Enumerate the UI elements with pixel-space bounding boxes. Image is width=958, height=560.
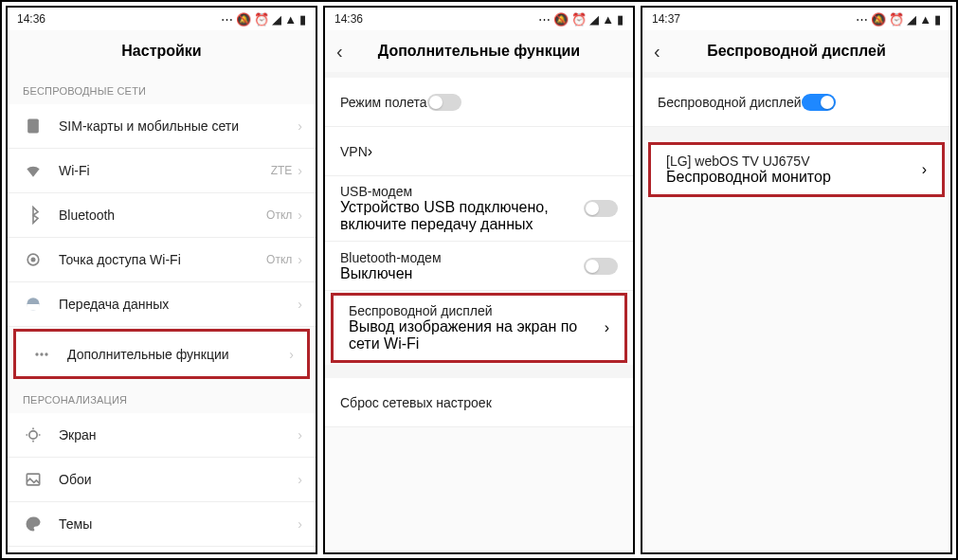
- chevron-right-icon: ›: [289, 347, 294, 362]
- back-button[interactable]: ‹: [654, 41, 660, 63]
- vpn-label: VPN: [340, 144, 368, 159]
- row-reset[interactable]: Сброс сетевых настроек: [325, 378, 633, 427]
- wdisplay-list[interactable]: Беспроводной дисплей [LG] webOS TV UJ675…: [642, 72, 950, 552]
- usb-sub: Устройство USB подключено, включите пере…: [340, 199, 584, 233]
- row-sound[interactable]: Звук и вибрация ›: [8, 547, 316, 552]
- chevron-right-icon: ›: [298, 163, 302, 178]
- header: Настройки: [8, 30, 316, 72]
- chevron-right-icon: ›: [298, 252, 302, 267]
- alarm-icon: ⏰: [254, 13, 269, 26]
- btm-sub: Выключен: [340, 265, 584, 282]
- signal-icon: ◢: [589, 13, 599, 26]
- row-bluetooth[interactable]: Bluetooth Откл ›: [8, 193, 316, 238]
- more-label: Дополнительные функции: [67, 347, 289, 362]
- more-icon: ⋯: [221, 13, 233, 26]
- row-airplane[interactable]: Режим полета: [325, 78, 633, 127]
- row-vpn[interactable]: VPN ›: [325, 127, 633, 176]
- reset-label: Сброс сетевых настроек: [340, 395, 492, 410]
- clock: 14:36: [17, 12, 45, 26]
- svg-point-1: [31, 258, 36, 262]
- status-icons: ⋯ 🔕 ⏰ ◢ ▲ ▮: [221, 13, 306, 26]
- row-data[interactable]: Передача данных ›: [8, 282, 316, 327]
- page-title: Беспроводной дисплей: [707, 43, 886, 60]
- row-sim[interactable]: SIM-карты и мобильные сети ›: [8, 104, 316, 149]
- wifi-icon: ▲: [602, 13, 614, 26]
- data-label: Передача данных: [59, 297, 298, 312]
- header: ‹ Беспроводной дисплей: [642, 30, 950, 72]
- wifi-label: Wi-Fi: [59, 163, 271, 178]
- highlight-wireless-display: Беспроводной дисплей Вывод изображения н…: [331, 293, 627, 363]
- battery-icon: ▮: [299, 13, 306, 26]
- screen-advanced: 14:36 ⋯ 🔕 ⏰ ◢ ▲ ▮ ‹ Дополнительные функц…: [323, 6, 635, 554]
- dnd-icon: 🔕: [871, 13, 886, 26]
- usb-switch[interactable]: [584, 200, 618, 217]
- chevron-right-icon: ›: [298, 472, 302, 487]
- highlight-device: [LG] webOS TV UJ675V Беспроводной монито…: [648, 142, 945, 197]
- row-more[interactable]: Дополнительные функции ›: [16, 332, 307, 376]
- section-wireless: БЕСПРОВОДНЫЕ СЕТИ: [8, 72, 316, 104]
- airplane-label: Режим полета: [340, 95, 427, 110]
- chevron-right-icon: ›: [298, 427, 302, 443]
- btm-label: Bluetooth-модем: [340, 250, 584, 265]
- back-button[interactable]: ‹: [336, 41, 343, 63]
- screen-wireless-display: 14:37 ⋯ 🔕 ⏰ ◢ ▲ ▮ ‹ Беспроводной дисплей…: [641, 6, 952, 554]
- row-display[interactable]: Экран ›: [8, 413, 316, 458]
- hotspot-icon: [21, 247, 45, 272]
- wdisplay-sub: Вывод изображения на экран по сети Wi-Fi: [349, 318, 605, 352]
- bluetooth-icon: [21, 203, 45, 227]
- chevron-right-icon: ›: [298, 118, 302, 134]
- battery-icon: ▮: [934, 13, 941, 26]
- themes-icon: [21, 512, 45, 536]
- display-icon: [21, 423, 45, 447]
- chevron-right-icon: ›: [368, 143, 372, 160]
- settings-list[interactable]: БЕСПРОВОДНЫЕ СЕТИ SIM-карты и мобильные …: [8, 72, 316, 552]
- signal-icon: ◢: [907, 13, 916, 26]
- bt-value: Откл: [266, 208, 292, 222]
- status-icons: ⋯ 🔕 ⏰ ◢ ▲ ▮: [538, 13, 624, 26]
- row-wireless-display[interactable]: Беспроводной дисплей Вывод изображения н…: [334, 296, 624, 360]
- wifi-icon: ▲: [919, 13, 931, 26]
- chevron-right-icon: ›: [605, 319, 609, 336]
- wifi-value: ZTE: [271, 164, 293, 177]
- bt-label: Bluetooth: [59, 208, 266, 223]
- row-themes[interactable]: Темы ›: [8, 502, 316, 547]
- screen-settings: 14:36 ⋯ 🔕 ⏰ ◢ ▲ ▮ Настройки БЕСПРОВОДНЫЕ…: [6, 6, 317, 554]
- wdisplay-label: Беспроводной дисплей: [349, 303, 605, 318]
- btm-switch[interactable]: [584, 258, 618, 275]
- row-wifi[interactable]: Wi-Fi ZTE ›: [8, 149, 316, 193]
- svg-rect-0: [27, 119, 39, 134]
- status-icons: ⋯ 🔕 ⏰ ◢ ▲ ▮: [856, 13, 941, 26]
- chevron-right-icon: ›: [298, 516, 302, 532]
- signal-icon: ◢: [272, 13, 281, 26]
- highlight-more: Дополнительные функции ›: [13, 329, 310, 379]
- more-icon: ⋯: [538, 13, 551, 26]
- alarm-icon: ⏰: [889, 13, 904, 26]
- svg-rect-4: [27, 304, 39, 311]
- advanced-list[interactable]: Режим полета VPN › USB-модем Устройство …: [325, 72, 633, 552]
- hotspot-value: Откл: [266, 253, 292, 266]
- battery-icon: ▮: [617, 13, 624, 26]
- wdisplay-toggle-label: Беспроводной дисплей: [658, 95, 802, 110]
- device-sub: Беспроводной монитор: [666, 169, 922, 186]
- row-device[interactable]: [LG] webOS TV UJ675V Беспроводной монито…: [651, 145, 942, 194]
- row-btmodem[interactable]: Bluetooth-модем Выключен: [325, 242, 633, 291]
- usb-label: USB-модем: [340, 184, 584, 199]
- chevron-right-icon: ›: [922, 161, 927, 178]
- row-wdisplay-toggle[interactable]: Беспроводной дисплей: [642, 78, 950, 127]
- svg-point-7: [45, 352, 47, 355]
- section-personal: ПЕРСОНАЛИЗАЦИЯ: [8, 381, 316, 413]
- row-usb[interactable]: USB-модем Устройство USB подключено, вкл…: [325, 176, 633, 242]
- clock: 14:37: [652, 12, 680, 26]
- statusbar: 14:36 ⋯ 🔕 ⏰ ◢ ▲ ▮: [8, 8, 316, 30]
- wdisplay-switch[interactable]: [802, 94, 836, 111]
- airplane-switch[interactable]: [427, 94, 461, 111]
- sim-label: SIM-карты и мобильные сети: [59, 118, 298, 134]
- alarm-icon: ⏰: [571, 13, 587, 26]
- header: ‹ Дополнительные функции: [325, 30, 633, 72]
- more-icon: ⋯: [856, 13, 868, 26]
- statusbar: 14:36 ⋯ 🔕 ⏰ ◢ ▲ ▮: [325, 8, 633, 30]
- row-wallpaper[interactable]: Обои ›: [8, 458, 316, 502]
- row-hotspot[interactable]: Точка доступа Wi-Fi Откл ›: [8, 238, 316, 282]
- data-icon: [21, 292, 45, 316]
- dnd-icon: 🔕: [236, 13, 251, 26]
